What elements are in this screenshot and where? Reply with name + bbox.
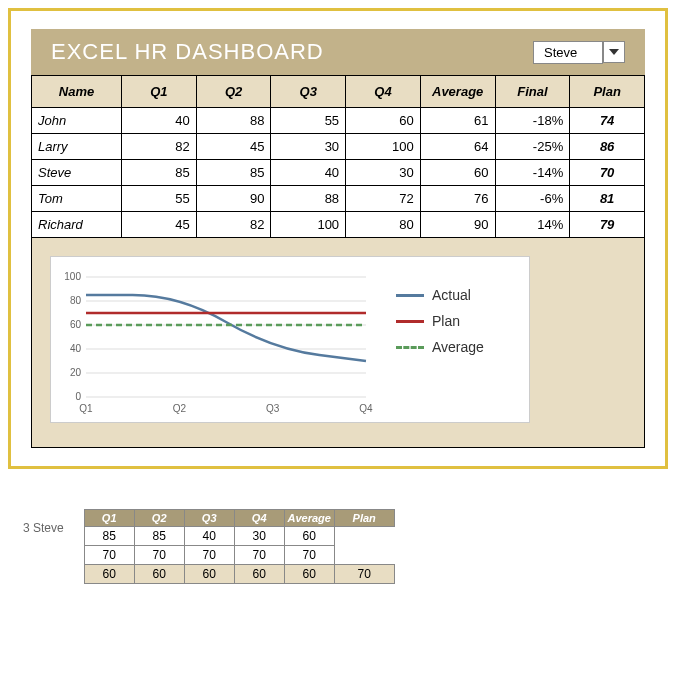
cell-plan: 74 bbox=[570, 108, 645, 134]
cell-q1: 82 bbox=[122, 134, 197, 160]
cell-plan: 79 bbox=[570, 212, 645, 238]
cell-avg: 90 bbox=[420, 212, 495, 238]
mini-cell: 70 bbox=[284, 546, 334, 565]
mini-cell: 85 bbox=[84, 527, 134, 546]
mini-cell: 60 bbox=[184, 565, 234, 584]
line-chart: 020406080100Q1Q2Q3Q4 bbox=[56, 267, 376, 417]
mini-cell: 70 bbox=[134, 546, 184, 565]
col-name: Name bbox=[32, 76, 122, 108]
cell-final: -25% bbox=[495, 134, 570, 160]
cell-q1: 45 bbox=[122, 212, 197, 238]
col-q4: Q4 bbox=[346, 76, 421, 108]
svg-text:Q3: Q3 bbox=[266, 403, 280, 414]
mini-cell: 60 bbox=[284, 565, 334, 584]
cell-q3: 100 bbox=[271, 212, 346, 238]
cell-q2: 90 bbox=[196, 186, 271, 212]
cell-q2: 45 bbox=[196, 134, 271, 160]
cell-q2: 85 bbox=[196, 160, 271, 186]
mini-cell: 70 bbox=[334, 565, 394, 584]
col-q2: Q2 bbox=[196, 76, 271, 108]
table-row: Tom5590887276-6%81 bbox=[32, 186, 645, 212]
legend-label-actual: Actual bbox=[432, 287, 471, 303]
header-bar: EXCEL HR DASHBOARD Steve bbox=[31, 29, 645, 75]
cell-q1: 40 bbox=[122, 108, 197, 134]
legend-actual: Actual bbox=[396, 287, 484, 303]
cell-q4: 72 bbox=[346, 186, 421, 212]
svg-text:0: 0 bbox=[75, 391, 81, 402]
mini-cell bbox=[334, 527, 394, 546]
legend-line-actual bbox=[396, 294, 424, 297]
cell-plan: 81 bbox=[570, 186, 645, 212]
name-selector[interactable]: Steve bbox=[533, 41, 625, 64]
cell-final: -18% bbox=[495, 108, 570, 134]
cell-q2: 82 bbox=[196, 212, 271, 238]
cell-plan: 86 bbox=[570, 134, 645, 160]
mini-cell bbox=[334, 546, 394, 565]
cell-final: -14% bbox=[495, 160, 570, 186]
table-row: 7070707070 bbox=[84, 546, 394, 565]
legend-plan: Plan bbox=[396, 313, 484, 329]
mini-col-plan: Plan bbox=[334, 510, 394, 527]
mini-cell: 70 bbox=[184, 546, 234, 565]
detail-section: 3 Steve Q1 Q2 Q3 Q4 Average Plan 8585403… bbox=[8, 509, 672, 584]
legend-line-average bbox=[396, 346, 424, 349]
mini-cell: 60 bbox=[234, 565, 284, 584]
detail-label: 3 Steve bbox=[23, 509, 64, 535]
mini-cell: 40 bbox=[184, 527, 234, 546]
dropdown-button[interactable] bbox=[603, 41, 625, 63]
col-q3: Q3 bbox=[271, 76, 346, 108]
cell-q4: 80 bbox=[346, 212, 421, 238]
page-title: EXCEL HR DASHBOARD bbox=[51, 39, 324, 65]
table-row: Larry82453010064-25%86 bbox=[32, 134, 645, 160]
mini-col-avg: Average bbox=[284, 510, 334, 527]
cell-name: John bbox=[32, 108, 122, 134]
cell-q3: 88 bbox=[271, 186, 346, 212]
svg-text:60: 60 bbox=[70, 319, 82, 330]
cell-q3: 40 bbox=[271, 160, 346, 186]
cell-q3: 30 bbox=[271, 134, 346, 160]
mini-cell: 85 bbox=[134, 527, 184, 546]
cell-final: -6% bbox=[495, 186, 570, 212]
dashboard-frame: EXCEL HR DASHBOARD Steve Name Q1 Q2 Q3 Q… bbox=[8, 8, 668, 469]
chart-panel: 020406080100Q1Q2Q3Q4 Actual Plan Average bbox=[31, 238, 645, 448]
mini-col-q4: Q4 bbox=[234, 510, 284, 527]
cell-q4: 60 bbox=[346, 108, 421, 134]
hr-data-table: Name Q1 Q2 Q3 Q4 Average Final Plan John… bbox=[31, 75, 645, 238]
chart-legend: Actual Plan Average bbox=[386, 267, 484, 417]
mini-cell: 30 bbox=[234, 527, 284, 546]
table-row: Steve8585403060-14%70 bbox=[32, 160, 645, 186]
col-plan: Plan bbox=[570, 76, 645, 108]
cell-q3: 55 bbox=[271, 108, 346, 134]
mini-col-q2: Q2 bbox=[134, 510, 184, 527]
legend-label-plan: Plan bbox=[432, 313, 460, 329]
cell-avg: 61 bbox=[420, 108, 495, 134]
cell-q4: 30 bbox=[346, 160, 421, 186]
cell-q4: 100 bbox=[346, 134, 421, 160]
detail-table: Q1 Q2 Q3 Q4 Average Plan 858540306070707… bbox=[84, 509, 395, 584]
cell-name: Steve bbox=[32, 160, 122, 186]
cell-plan: 70 bbox=[570, 160, 645, 186]
cell-name: Richard bbox=[32, 212, 122, 238]
col-final: Final bbox=[495, 76, 570, 108]
svg-text:20: 20 bbox=[70, 367, 82, 378]
mini-col-q1: Q1 bbox=[84, 510, 134, 527]
legend-average: Average bbox=[396, 339, 484, 355]
col-average: Average bbox=[420, 76, 495, 108]
cell-avg: 64 bbox=[420, 134, 495, 160]
mini-col-q3: Q3 bbox=[184, 510, 234, 527]
mini-cell: 70 bbox=[84, 546, 134, 565]
chevron-down-icon bbox=[609, 49, 619, 55]
cell-q1: 55 bbox=[122, 186, 197, 212]
table-row: 8585403060 bbox=[84, 527, 394, 546]
cell-name: Tom bbox=[32, 186, 122, 212]
svg-text:100: 100 bbox=[64, 271, 81, 282]
cell-avg: 76 bbox=[420, 186, 495, 212]
mini-cell: 70 bbox=[234, 546, 284, 565]
svg-text:80: 80 bbox=[70, 295, 82, 306]
legend-line-plan bbox=[396, 320, 424, 323]
mini-cell: 60 bbox=[84, 565, 134, 584]
cell-avg: 60 bbox=[420, 160, 495, 186]
table-row: John4088556061-18%74 bbox=[32, 108, 645, 134]
cell-final: 14% bbox=[495, 212, 570, 238]
selector-value: Steve bbox=[533, 41, 603, 64]
